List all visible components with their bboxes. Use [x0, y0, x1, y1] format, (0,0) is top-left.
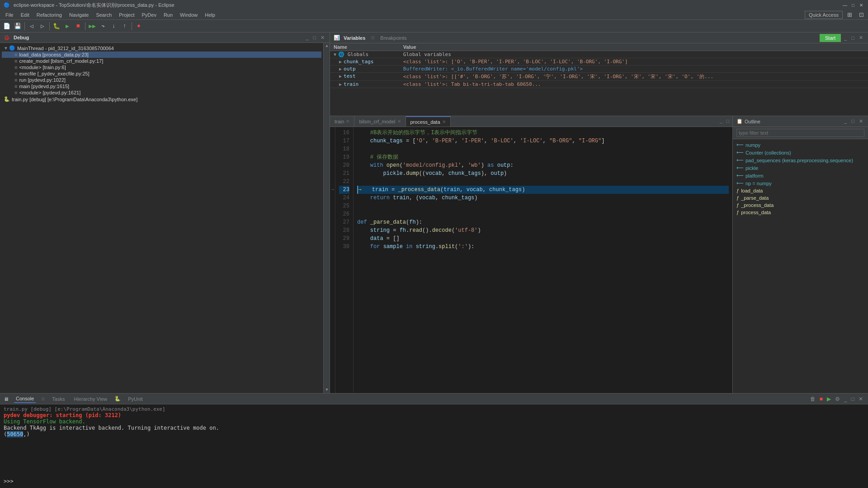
outline-item-counter[interactable]: ⟵ Counter (collections) — [735, 149, 866, 156]
outline-item-pickle[interactable]: ⟵ pickle — [735, 164, 866, 172]
globals-row[interactable]: ▼🌐 Globals Global variables — [330, 51, 868, 58]
close-button[interactable]: ✕ — [858, 2, 864, 8]
var-row-train-var[interactable]: ▶train <class 'list'>: Tab bi-ta-tri-tab… — [330, 81, 868, 88]
var-row-test[interactable]: ▶test <class 'list'>: [['#', 'B-ORG', '苏… — [330, 73, 868, 81]
tab-process-close[interactable]: ✕ — [442, 119, 446, 124]
frame-label-6: <module> [pydevd.py:1621] — [19, 90, 80, 95]
menu-project[interactable]: Project — [115, 11, 138, 19]
console-settings-icon[interactable]: ⚙ — [834, 395, 841, 403]
debug-frame-4[interactable]: ≡ run [pydevd.py:1022] — [2, 77, 321, 83]
debug-process-item[interactable]: 🐍 train.py [debug] [e:\ProgramData\Anaco… — [2, 96, 321, 103]
menu-search[interactable]: Search — [92, 11, 115, 19]
step-return-button[interactable]: ↑ — [120, 21, 130, 31]
debug-button[interactable]: 🐛 — [52, 21, 61, 31]
outline-max-icon[interactable]: □ — [850, 118, 856, 125]
debug-frame-6[interactable]: ≡ <module> [pydevd.py:1621] — [2, 89, 321, 96]
prev-edit-button[interactable]: ◁ — [27, 21, 37, 31]
next-edit-button[interactable]: ▷ — [38, 21, 47, 31]
vars-close-icon[interactable]: ✕ — [858, 34, 864, 41]
console-clear-icon[interactable]: 🗑 — [809, 395, 817, 403]
scroll-up-arrow[interactable]: ▲ — [324, 43, 330, 49]
debug-frame-0[interactable]: ≡ load_data [process_data.py:23] — [2, 52, 321, 58]
stop-button[interactable]: ■ — [73, 21, 83, 31]
editor-min-icon[interactable]: _ — [718, 118, 724, 125]
menu-navigate[interactable]: Navigate — [66, 11, 92, 19]
outline-item-platform[interactable]: ⟵ platform — [735, 172, 866, 179]
chunk-tags-expand[interactable]: ▶ — [339, 59, 342, 64]
vars-minimize-icon[interactable]: _ — [843, 35, 848, 41]
start-button[interactable]: Start — [820, 34, 841, 42]
tab-process-data[interactable]: process_data ✕ — [406, 116, 451, 127]
tab-bilsm-close[interactable]: ✕ — [397, 119, 401, 124]
var-col-value: Value — [400, 43, 868, 51]
quick-access-button[interactable]: Quick Access — [805, 11, 843, 19]
console-min-icon[interactable]: _ — [843, 395, 849, 403]
menu-file[interactable]: File — [2, 11, 17, 19]
console-max-icon[interactable]: □ — [850, 395, 856, 403]
console-close-icon[interactable]: ✕ — [857, 395, 864, 403]
menu-refactoring[interactable]: Refactoring — [33, 11, 66, 19]
tab-pyunit[interactable]: PyUnit — [126, 395, 144, 403]
editor-area: train ✕ bilsm_crf_model ✕ process_data ✕ — [330, 116, 732, 393]
outline-item-numpy[interactable]: ⟵ numpy — [735, 141, 866, 149]
menu-edit[interactable]: Edit — [17, 11, 33, 19]
debug-maximize-icon[interactable]: □ — [311, 34, 317, 41]
debug-frame-1[interactable]: ≡ create_model [bilsm_crf_model.py:17] — [2, 58, 321, 64]
resume-button[interactable]: ▶▶ — [87, 21, 97, 31]
outline-item-parse-data[interactable]: ƒ _parse_data — [735, 194, 866, 202]
outline-panel-title: Outline — [745, 119, 760, 124]
editor-max-icon[interactable]: □ — [725, 118, 731, 125]
outline-item-pad-seq[interactable]: ⟵ pad_sequences (keras.preprocessing.seq… — [735, 156, 866, 164]
minimize-button[interactable]: — — [842, 2, 848, 8]
globals-expand-arrow[interactable]: ▼ — [334, 52, 336, 57]
tab-train[interactable]: train ✕ — [330, 116, 354, 127]
maximize-button[interactable]: □ — [850, 2, 856, 8]
tab-console[interactable]: Console — [14, 395, 36, 403]
var-row-chunk-tags[interactable]: ▶chunk_tags <class 'list'>: ['O', 'B-PER… — [330, 58, 868, 66]
outline-close-icon[interactable]: ✕ — [858, 118, 864, 125]
debug-minimize-icon[interactable]: _ — [304, 34, 310, 41]
debug-frame-5[interactable]: ≡ main [pydevd.py:1615] — [2, 83, 321, 89]
step-into-button[interactable]: ↓ — [109, 21, 119, 31]
console-run-icon[interactable]: ▶ — [826, 395, 832, 403]
perspective-icon[interactable]: ⊞ — [844, 10, 854, 20]
outline-min-icon[interactable]: _ — [843, 118, 848, 125]
tab-tasks[interactable]: Tasks — [50, 395, 66, 403]
debug-frame-3[interactable]: ≡ execfile [_pydev_execfile.py:25] — [2, 70, 321, 77]
save-button[interactable]: 💾 — [13, 21, 23, 31]
outline-platform-label: platform — [745, 173, 764, 178]
train-expand[interactable]: ▶ — [339, 82, 342, 87]
open-perspective-icon[interactable]: ⊡ — [856, 10, 866, 20]
menu-help[interactable]: Help — [201, 11, 219, 19]
console-stop-icon[interactable]: ■ — [818, 395, 824, 403]
outline-item-process-data-fn[interactable]: ƒ _process_data — [735, 202, 866, 209]
step-over-button[interactable]: ↷ — [98, 21, 108, 31]
debug-thread-item[interactable]: ▼ 🔵 MainThread - pid_3212_id_31630857000… — [2, 45, 321, 52]
breakpoint-button[interactable]: ● — [134, 21, 144, 31]
debug-frame-2[interactable]: ≡ <module> [train.py:6] — [2, 64, 321, 70]
toolbar-separator-2 — [49, 22, 50, 30]
breakpoints-tab[interactable]: Breakpoints — [380, 35, 406, 41]
tab-bilsm[interactable]: bilsm_crf_model ✕ — [354, 116, 406, 127]
outline-filter-input[interactable] — [736, 129, 864, 137]
tab-hierarchy[interactable]: Hierarchy View — [72, 395, 109, 403]
code-editor[interactable]: #B表示开始的指示字节，I表示中间指示字节 chunk_tags = ['O',… — [354, 127, 732, 393]
outline-np-label: np = numpy — [745, 181, 772, 186]
menu-pydev[interactable]: PyDev — [138, 11, 160, 19]
run-button[interactable]: ▶ — [62, 21, 72, 31]
menu-window[interactable]: Window — [176, 11, 201, 19]
outp-expand[interactable]: ▶ — [339, 66, 342, 71]
menu-run[interactable]: Run — [160, 11, 176, 19]
vars-maximize-icon[interactable]: □ — [850, 35, 856, 41]
variables-tab[interactable]: Variables — [344, 35, 365, 41]
debug-close-icon[interactable]: ✕ — [319, 34, 326, 41]
outline-item-np[interactable]: ⟵ np = numpy — [735, 179, 866, 187]
scroll-down-arrow[interactable]: ▼ — [324, 387, 330, 393]
outline-item-process-data-main[interactable]: ƒ process_data — [735, 209, 866, 216]
editor-content[interactable]: → 16 17 18 19 20 21 22 23 24 — [330, 127, 732, 393]
test-expand[interactable]: ▶ — [339, 74, 342, 79]
outline-item-load-data[interactable]: ƒ load_data — [735, 187, 866, 194]
tab-train-close[interactable]: ✕ — [346, 119, 349, 124]
var-row-outp[interactable]: ▶outp BufferedWriter: <_io.BufferedWrite… — [330, 66, 868, 73]
new-button[interactable]: 📄 — [2, 21, 12, 31]
